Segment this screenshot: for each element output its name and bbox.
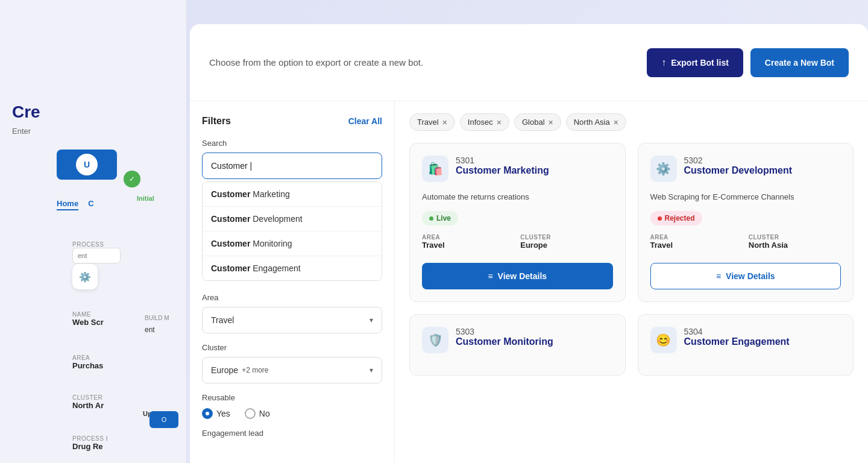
card-icon-5301: 🛍️ [422, 156, 448, 182]
remove-north-asia-tag[interactable]: × [614, 118, 618, 127]
card-icon-5304: 😊 [650, 327, 677, 353]
header: Choose from the option to export or crea… [190, 24, 868, 101]
filters-title: Filters [202, 116, 231, 127]
reusable-no-radio[interactable] [245, 408, 256, 419]
process-field-section: PROCESS I Drug Re [72, 435, 108, 451]
export-button[interactable]: ↑ Export Bot list [647, 48, 743, 77]
area-selected-value: Travel [211, 315, 234, 325]
list-icon-5301: ≡ [488, 271, 492, 281]
build-input: ent [145, 326, 155, 334]
content-area: Filters Clear All Search Customer Market… [190, 101, 868, 463]
card-number-5301: 5301 [456, 156, 549, 165]
reusable-no-option[interactable]: No [245, 408, 270, 419]
cluster-dropdown[interactable]: Europe +2 more ▾ [202, 357, 382, 383]
left-panel-title: Cre [12, 102, 174, 122]
reusable-yes-option[interactable]: Yes [202, 408, 230, 419]
upload-button[interactable]: O [149, 411, 178, 428]
shopping-bag-icon: 🛍️ [428, 162, 443, 176]
search-input[interactable] [202, 153, 382, 179]
cluster-meta-5301: CLUSTER Europe [520, 234, 612, 250]
reusable-no-label: No [259, 409, 270, 418]
card-desc-5302: Web Scraping for E-Commerce Channels [650, 192, 841, 203]
name-label: NAME [72, 311, 104, 318]
reusable-yes-radio[interactable] [202, 408, 213, 419]
shield-icon-5303: 🛡️ [428, 333, 443, 347]
cluster-value: North Ar [72, 401, 104, 410]
filter-tag-global: Global × [514, 113, 561, 131]
reusable-yes-label: Yes [216, 409, 230, 418]
card-desc-5301: Automate the returns creations [422, 192, 613, 203]
status-dot-5301 [429, 216, 433, 221]
main-panel: Choose from the option to export or crea… [190, 24, 868, 463]
status-badge: ✓ [124, 171, 140, 187]
nav-create[interactable]: C [88, 199, 93, 210]
status-dot-5302 [658, 216, 662, 221]
logo-area: U [57, 150, 117, 180]
area-dropdown[interactable]: Travel ▾ [202, 307, 382, 333]
bot-card-5301: 🛍️ 5301 Customer Marketing Automate the … [409, 143, 626, 302]
remove-infosec-tag[interactable]: × [497, 118, 502, 127]
clear-all-button[interactable]: Clear All [348, 116, 382, 126]
area-meta-5302: AREA Travel [650, 234, 743, 250]
filters-header: Filters Clear All [202, 116, 382, 127]
reusable-section: Reusable Yes No [202, 393, 382, 419]
area-filter-label: Area [202, 293, 382, 302]
remove-global-tag[interactable]: × [549, 118, 553, 127]
list-icon-5302: ≡ [716, 271, 721, 281]
logo-icon: U [76, 154, 98, 175]
card-number-5304: 5304 [684, 327, 790, 336]
card-name-5303: Customer Monitoring [456, 336, 553, 347]
suggestions-list: Customer Marketing Customer Development … [202, 181, 382, 281]
build-label: Build M [145, 315, 169, 321]
name-section: NAME Web Scr [72, 311, 104, 327]
cluster-more-badge: +2 more [242, 366, 268, 374]
suggestion-customer-development[interactable]: Customer Development [203, 207, 382, 232]
reusable-label: Reusable [202, 393, 382, 402]
card-icon-5302: ⚙️ [650, 156, 677, 182]
card-number-5303: 5303 [456, 327, 553, 336]
filter-tag-north-asia: North Asia × [566, 113, 626, 131]
process-label: Process [72, 241, 121, 248]
cluster-section: CLUSTER North Ar [72, 394, 104, 410]
create-new-bot-button[interactable]: Create a New Bot [750, 48, 849, 77]
left-panel: Cre Enter U ✓ Initial Home C ⚙️ Process … [0, 0, 187, 463]
cluster-label: CLUSTER [72, 394, 104, 401]
bot-card-5304: 😊 5304 Customer Engagement [638, 314, 854, 376]
remove-travel-tag[interactable]: × [442, 118, 447, 127]
area-chevron-icon: ▾ [370, 316, 373, 324]
filters-panel: Filters Clear All Search Customer Market… [190, 101, 395, 463]
left-nav: Home C [57, 199, 94, 210]
process-input[interactable] [72, 248, 121, 263]
cards-panel: Travel × Infosec × Global × North Asia × [395, 101, 868, 463]
bot-card-5303: 🛡️ 5303 Customer Monitoring [409, 314, 626, 376]
header-actions: ↑ Export Bot list Create a New Bot [647, 48, 849, 77]
suggestion-customer-engagement[interactable]: Customer Engagement [203, 256, 382, 280]
cluster-filter-label: Cluster [202, 343, 382, 352]
cluster-chevron-icon: ▾ [370, 366, 373, 374]
nav-home[interactable]: Home [57, 199, 78, 210]
initial-label: Initial [137, 195, 154, 202]
suggestion-customer-monitoring[interactable]: Customer Monitoring [203, 232, 382, 256]
gear-icon-5302: ⚙️ [656, 162, 671, 176]
header-description: Choose from the option to export or crea… [209, 57, 423, 68]
status-badge-5302: Rejected [650, 211, 702, 225]
filter-tags: Travel × Infosec × Global × North Asia × [409, 113, 854, 131]
search-label: Search [202, 139, 382, 148]
left-panel-subtitle: Enter [12, 127, 174, 136]
cluster-selected-value: Europe [211, 365, 238, 375]
area-value: Purchas [72, 361, 103, 370]
suggestion-customer-marketing[interactable]: Customer Marketing [203, 182, 382, 207]
name-value: Web Scr [72, 318, 104, 327]
view-details-button-5301[interactable]: ≡ View Details [422, 263, 613, 289]
card-icon-5303: 🛡️ [422, 327, 448, 353]
card-name-5301: Customer Marketing [456, 165, 549, 176]
filter-tag-infosec: Infosec × [460, 113, 509, 131]
cards-grid: 🛍️ 5301 Customer Marketing Automate the … [409, 143, 854, 376]
status-badge-5301: Live [422, 211, 458, 225]
filter-tag-travel: Travel × [409, 113, 455, 131]
upload-icon: ↑ [661, 57, 666, 68]
area-section: AREA Purchas [72, 354, 103, 370]
engagement-lead-label: Engagement lead [202, 429, 382, 438]
bot-card-5302: ⚙️ 5302 Customer Development Web Scrapin… [638, 143, 854, 302]
view-details-button-5302[interactable]: ≡ View Details [650, 263, 841, 289]
